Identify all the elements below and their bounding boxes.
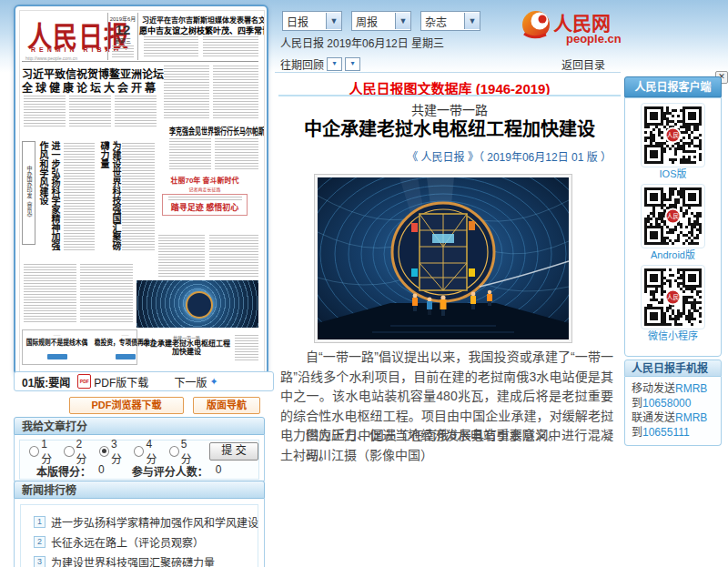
rank-link[interactable]: 进一步弘扬科学家精神加强作风和学风建设: [51, 514, 258, 530]
app-panel-header[interactable]: 人民日报客户端: [624, 76, 722, 97]
svg-text:人民: 人民: [667, 132, 680, 139]
issue-year-select[interactable]: ▾: [327, 57, 342, 71]
page-nav-bar: 01版:要闻 PDF PDF版下载 下一版 ✦: [14, 371, 274, 391]
newspaper-datebox: 2019年6月 12 星期三: [107, 13, 138, 60]
fake-text: [24, 264, 76, 324]
select-weekly[interactable]: 周报 ▼: [351, 11, 411, 31]
qr-code: 人民: [644, 232, 702, 248]
fake-text: [122, 143, 155, 252]
mobile-line: 到10655111: [632, 425, 721, 440]
tunnel-core: [186, 291, 213, 319]
mobile-line: 移动发送RMRB: [632, 381, 721, 396]
select-daily[interactable]: 日报 ▼: [282, 11, 342, 31]
rating-radio[interactable]: [134, 446, 144, 457]
select-daily-label: 日报: [283, 14, 326, 29]
mobile-line: 联通发送RMRB: [632, 410, 721, 425]
back-to-toc-link[interactable]: 返回目录: [561, 56, 605, 72]
qr-caption-ios[interactable]: IOS版: [634, 168, 713, 180]
fake-text: [215, 138, 258, 171]
rating-header: 我给文章打分: [14, 417, 265, 435]
rating-option-label: 4分: [146, 438, 161, 466]
ranking-item[interactable]: 1 进一步弘扬科学家精神加强作风和学风建设: [34, 514, 258, 530]
chevron-down-icon[interactable]: ▼: [395, 13, 410, 29]
fake-text: [213, 66, 258, 118]
fake-text: [169, 138, 211, 171]
qr-caption-wechat[interactable]: 微信小程序: [634, 330, 713, 342]
rating-option[interactable]: 5分: [169, 438, 197, 466]
ranking-header: 新闻排行榜: [14, 481, 265, 499]
feature-line-3: 踏寻足迹 感悟初心: [164, 201, 246, 213]
fake-text: [24, 96, 66, 128]
divider: [275, 72, 621, 73]
thumb-headline-tag[interactable]: 习近平在吉尔吉斯斯坦媒体发表署名文章: [142, 15, 260, 25]
article-source: 《 人民日报 》（ 2019年06月12日 01 版 ）: [278, 148, 612, 164]
divider: [22, 61, 258, 62]
thumb-headline-main-2[interactable]: 全球健康论坛大会开幕: [22, 79, 158, 95]
rating-option-label: 2分: [76, 438, 92, 466]
svg-text:people.cn: people.cn: [566, 32, 622, 46]
thumb-bottom-box: —— 国际规则不是提线木偶 —— 稳投资，专项债再发力: [22, 329, 137, 365]
rating-radio[interactable]: [64, 446, 74, 457]
thumb-vertical-tag: 中办国办印发《意见》: [22, 141, 35, 245]
rating-option[interactable]: 2分: [64, 438, 91, 466]
thumb-headline-rules[interactable]: 国际规则不是提线木偶: [26, 337, 88, 347]
rating-option[interactable]: 1分: [29, 438, 56, 466]
svg-text:人民: 人民: [667, 294, 680, 301]
front-page-thumbnail[interactable]: 人民日报 RENMIN RIBAO http://www.people.com.…: [14, 5, 268, 376]
rank-link[interactable]: 长征永远在路上（评论员观察）: [51, 534, 204, 550]
ranking-item[interactable]: 2 长征永远在路上（评论员观察）: [34, 534, 258, 550]
count-value: 0: [216, 463, 222, 479]
back-issues-label: 往期回顾: [280, 56, 324, 72]
pdf-browser-download-button[interactable]: PDF浏览器下载: [69, 397, 184, 414]
pdf-download-link[interactable]: PDF版下载: [94, 374, 148, 390]
chevron-down-icon[interactable]: ▼: [326, 13, 341, 29]
fake-text: [164, 66, 209, 118]
people-cn-logo[interactable]: 人民网 people.cn: [519, 5, 628, 47]
page-label: 01版:要闻: [22, 374, 70, 390]
feature-line-2: 记者再走长征路: [157, 186, 253, 192]
rank-number: 3: [34, 556, 46, 567]
issue-month-select[interactable]: ▾: [345, 57, 360, 71]
rating-radio[interactable]: [29, 446, 39, 457]
rating-radio[interactable]: [99, 446, 109, 457]
chevron-down-icon[interactable]: ▼: [464, 13, 480, 29]
fake-text: [158, 235, 205, 277]
rating-panel: 我给文章打分 1分 2分 3分 4分: [14, 417, 265, 482]
thumb-headline-likeqiang[interactable]: 李克强会见世界银行行长马尔帕斯: [169, 124, 233, 137]
article-photo: [314, 174, 572, 343]
mobile-paper-info: 移动发送RMRB 到10658000 联通发送RMRB 到10655111: [624, 377, 722, 446]
fake-text: [203, 36, 258, 58]
fake-text: [69, 96, 111, 128]
select-magazine[interactable]: 杂志 ▼: [420, 11, 480, 31]
fake-text: [235, 335, 258, 362]
ranking-item[interactable]: 3 为建设世界科技强国汇聚磅礴力量: [34, 554, 258, 567]
next-page-link[interactable]: 下一版: [174, 374, 207, 390]
rank-link[interactable]: 为建设世界科技强国汇聚磅礴力量: [51, 554, 215, 567]
newspaper-date-weekday: 星期三: [108, 36, 137, 45]
score-label: 本版得分：: [36, 463, 91, 479]
page-link-pill[interactable]: [116, 354, 136, 359]
thumb-vertical-headline-1[interactable]: 进一步弘扬科学家精神加强作风和学风建设: [37, 141, 61, 252]
layout-nav-button[interactable]: 版面导航: [193, 397, 260, 414]
feature-line-1: 壮丽70年 奋斗新时代: [157, 175, 253, 185]
fake-text: [112, 46, 134, 58]
page-link-pill[interactable]: [47, 354, 67, 359]
select-weekly-label: 周报: [352, 14, 395, 29]
mobile-paper-header: 人民日报手机报: [624, 359, 722, 377]
qr-panel: 人民 IOS版 人民 Android版 人民 微信小程序: [624, 97, 722, 357]
thumb-photo-title[interactable]: 中企承建老挝水电枢纽工程加快建设: [142, 339, 231, 356]
news-ranking-panel: 新闻排行榜 1 进一步弘扬科学家精神加强作风和学风建设 2 长征永远在路上（评论…: [14, 481, 265, 567]
edition-dateline: 人民日报 2019年06月12日 星期三: [280, 35, 444, 50]
article-photo-credit: 马川江摄（影像中国）: [280, 446, 613, 466]
fake-text: [144, 36, 198, 58]
rating-option[interactable]: 4分: [134, 438, 161, 466]
qr-code: 人民: [644, 151, 702, 167]
thumb-feature-box: 壮丽70年 奋斗新时代 记者再走长征路 踏寻足迹 感悟初心: [157, 175, 253, 216]
rating-radio[interactable]: [169, 446, 179, 457]
thumb-vertical-headline-2[interactable]: 为建设世界科技强国汇聚磅礴力量: [98, 141, 122, 252]
fake-text: [115, 96, 157, 128]
rating-option[interactable]: 3分: [99, 438, 126, 466]
qr-caption-android[interactable]: Android版: [634, 249, 713, 261]
thumb-headline-top[interactable]: 愿中吉友谊之树枝繁叶茂、四季常青: [139, 25, 263, 36]
submit-rating-button[interactable]: 提 交: [209, 442, 258, 461]
